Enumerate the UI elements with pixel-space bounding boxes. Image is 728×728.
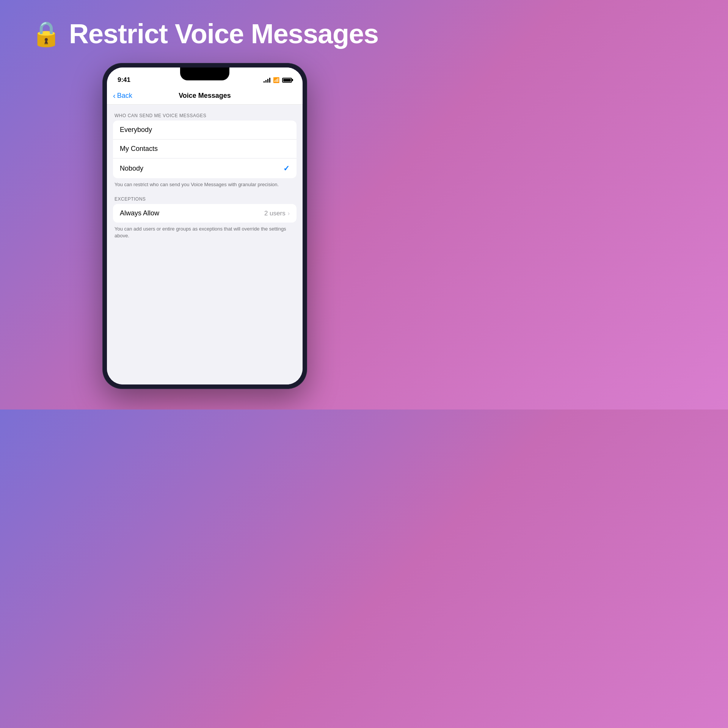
option-everybody[interactable]: Everybody (113, 121, 297, 140)
battery-fill (283, 79, 291, 82)
section-exceptions-label: EXCEPTIONS (107, 196, 303, 204)
option-my-contacts-label: My Contacts (120, 145, 158, 153)
battery-icon (282, 78, 292, 83)
selected-checkmark-icon: ✓ (283, 164, 290, 173)
back-button[interactable]: ‹ Back (113, 91, 132, 100)
always-allow-label: Always Allow (120, 209, 159, 217)
wifi-icon: 📶 (273, 77, 279, 83)
notch (180, 67, 229, 80)
phone-screen: 9:41 📶 ‹ Back Voice Messages (107, 67, 303, 384)
always-allow-row[interactable]: Always Allow 2 users › (113, 204, 297, 223)
section-who-label: WHO CAN SEND ME VOICE MESSAGES (107, 113, 303, 121)
who-options-card: Everybody My Contacts Nobody ✓ (113, 121, 297, 178)
content-area: WHO CAN SEND ME VOICE MESSAGES Everybody… (107, 105, 303, 384)
signal-bars-icon (264, 77, 270, 83)
section-exceptions: EXCEPTIONS Always Allow 2 users › You ca… (107, 196, 303, 239)
lock-icon: 🔒 (31, 20, 61, 48)
page-title: Restrict Voice Messages (69, 18, 378, 49)
back-label: Back (117, 92, 132, 100)
status-icons: 📶 (264, 77, 292, 83)
signal-bar-2 (265, 80, 267, 83)
section-who: WHO CAN SEND ME VOICE MESSAGES Everybody… (107, 113, 303, 188)
signal-bar-4 (269, 78, 270, 83)
option-nobody[interactable]: Nobody ✓ (113, 158, 297, 178)
nav-title: Voice Messages (179, 92, 231, 100)
page-header: 🔒 Restrict Voice Messages (31, 18, 378, 49)
signal-bar-3 (267, 79, 268, 83)
row-chevron-icon: › (288, 210, 290, 217)
section-exceptions-footer: You can add users or entire groups as ex… (107, 223, 303, 239)
status-time: 9:41 (118, 76, 130, 84)
section-who-footer: You can restrict who can send you Voice … (107, 178, 303, 188)
nav-bar: ‹ Back Voice Messages (107, 87, 303, 105)
phone-frame: 9:41 📶 ‹ Back Voice Messages (102, 63, 307, 389)
option-nobody-label: Nobody (120, 165, 143, 173)
status-bar: 9:41 📶 (107, 67, 303, 87)
always-allow-count: 2 users (264, 210, 286, 217)
exceptions-card: Always Allow 2 users › (113, 204, 297, 223)
option-my-contacts[interactable]: My Contacts (113, 140, 297, 158)
signal-bar-1 (264, 81, 265, 83)
option-everybody-label: Everybody (120, 126, 152, 134)
back-chevron-icon: ‹ (113, 91, 116, 100)
always-allow-value: 2 users › (264, 210, 290, 217)
